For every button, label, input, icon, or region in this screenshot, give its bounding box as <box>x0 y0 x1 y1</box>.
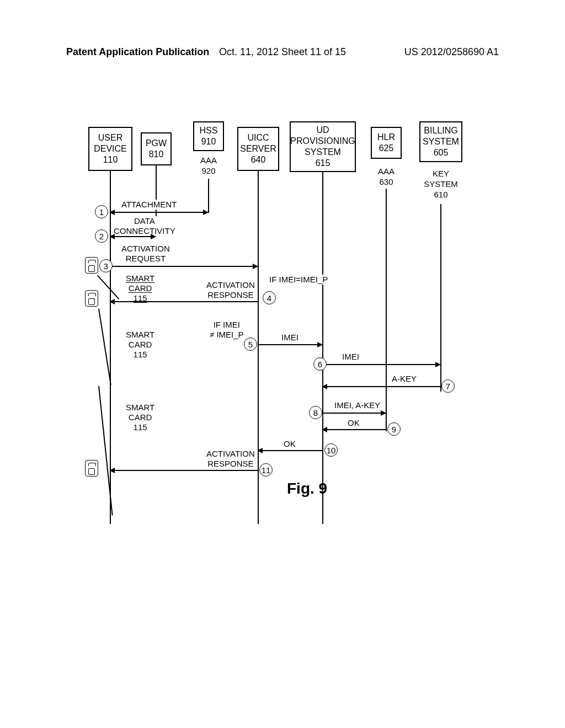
lbl-imei-5: IMEI <box>281 333 299 342</box>
hdr-left: Patent Application Publication <box>66 46 210 58</box>
lifeline-udp <box>322 172 323 524</box>
sequence-diagram: USER DEVICE 110 PGW 810 HSS 910 UICC SER… <box>83 121 480 557</box>
lifeline-uicc <box>258 171 259 524</box>
num-7: 7 <box>441 379 455 393</box>
lbl-akey: A-KEY <box>392 374 417 384</box>
arrow-akey <box>322 386 440 387</box>
lbl-if-equal: IF IMEI=IMEI_P <box>269 275 328 285</box>
header: Patent Application Publication Oct. 11, … <box>66 46 499 58</box>
arrow-imei-5 <box>258 344 322 345</box>
lifeline-hss <box>208 179 209 213</box>
num-11: 11 <box>259 463 273 477</box>
arrow-activation-response-11 <box>110 470 258 471</box>
slash-a <box>97 275 119 299</box>
arrow-activation-response-4 <box>110 301 258 302</box>
box-pgw: PGW 810 <box>141 132 172 165</box>
num-5: 5 <box>244 338 257 351</box>
lbl-activation-request: ACTIVATION REQUEST <box>121 244 170 264</box>
num-6: 6 <box>313 357 327 371</box>
box-uicc-server: UICC SERVER 640 <box>237 127 279 171</box>
box-hlr: HLR 625 <box>371 127 402 159</box>
lbl-imei-akey: IMEI, A-KEY <box>334 400 380 410</box>
num-4: 4 <box>263 291 276 304</box>
box-hss: HSS 910 <box>193 121 224 151</box>
num-10: 10 <box>324 443 338 457</box>
lbl-if-not-equal: IF IMEI ≠ IMEI_P <box>210 320 244 340</box>
box-billing: BILLING SYSTEM 605 <box>419 121 462 162</box>
hdr-center: Oct. 11, 2012 Sheet 11 of 15 <box>210 46 354 58</box>
lbl-smartcard-a: SMART CARD 115 <box>126 274 154 303</box>
smartcard-icon-3 <box>85 257 98 274</box>
num-3: 3 <box>99 259 113 272</box>
num-8: 8 <box>309 406 322 419</box>
arrow-ok-10 <box>258 450 322 451</box>
lbl-aaa-920: AAA 920 <box>193 156 224 176</box>
box-ud-provisioning: UD PROVISIONING SYSTEM 615 <box>290 121 356 172</box>
lbl-activation-response-4: ACTIVATION RESPONSE <box>206 280 255 300</box>
arrow-attachment <box>110 212 208 213</box>
hdr-right: US 2012/0258690 A1 <box>355 46 499 58</box>
arrow-imei-akey <box>322 413 386 414</box>
arrow-imei-6 <box>322 364 440 365</box>
box-user-device: USER DEVICE 110 <box>88 127 132 171</box>
lbl-ok-9: OK <box>348 418 360 428</box>
num-9: 9 <box>387 422 401 436</box>
lbl-attachment: ATTACHMENT <box>121 200 177 210</box>
num-1: 1 <box>95 205 108 218</box>
lbl-smartcard-c: SMART CARD 115 <box>126 403 154 432</box>
lbl-activation-response-11: ACTIVATION RESPONSE <box>206 449 255 469</box>
lbl-aaa-630: AAA 630 <box>371 167 402 188</box>
figure-caption: Fig. 9 <box>287 480 327 497</box>
lifeline-hlr <box>386 189 387 431</box>
smartcard-icon-a <box>85 290 98 307</box>
lbl-ok-10: OK <box>284 439 296 449</box>
lbl-key-system: KEY SYSTEM 610 <box>419 169 462 200</box>
lbl-smartcard-b: SMART CARD 115 <box>126 330 154 360</box>
lbl-imei-6: IMEI <box>342 352 359 362</box>
num-2: 2 <box>95 229 108 243</box>
smartcard-icon-11 <box>85 460 98 477</box>
arrow-data-connectivity <box>110 236 156 237</box>
lbl-data-connectivity: DATA CONNECTIVITY <box>114 216 175 236</box>
page: Patent Application Publication Oct. 11, … <box>0 0 565 728</box>
arrow-ok-9 <box>322 429 386 430</box>
arrow-activation-request <box>110 266 258 267</box>
